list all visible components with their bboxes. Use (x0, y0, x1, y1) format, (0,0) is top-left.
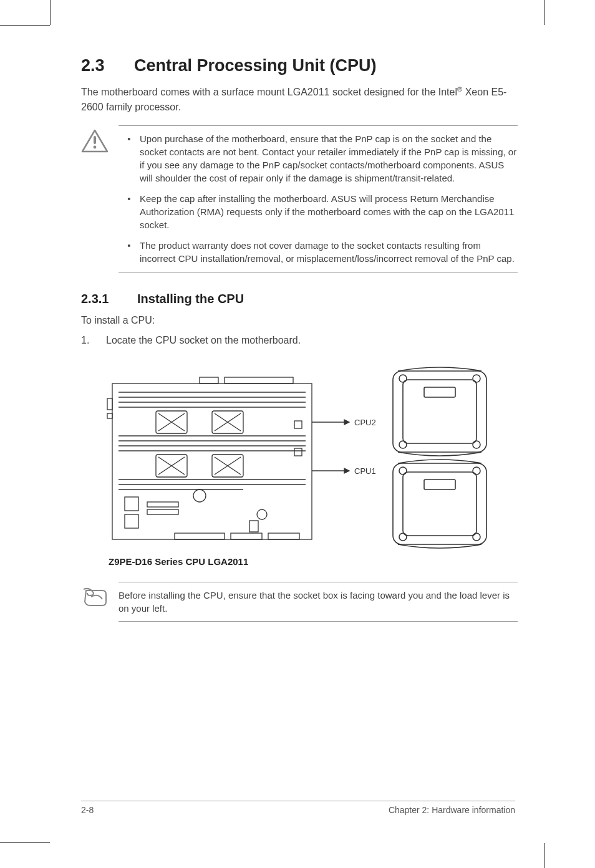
caution-item: •Keep the cap after installing the mothe… (119, 192, 518, 231)
svg-point-26 (193, 489, 206, 502)
caution-item: •Upon purchase of the motherboard, ensur… (119, 132, 518, 185)
chapter-label: Chapter 2: Hardware information (389, 805, 515, 815)
svg-rect-30 (231, 533, 262, 539)
caution-text: The product warranty does not cover dama… (140, 239, 518, 265)
section-title: Central Processing Unit (CPU) (134, 56, 377, 75)
svg-rect-28 (249, 521, 258, 532)
svg-point-48 (473, 467, 480, 475)
svg-rect-25 (147, 509, 178, 514)
crop-mark (0, 25, 50, 26)
svg-rect-29 (175, 533, 225, 539)
svg-marker-37 (344, 468, 349, 473)
svg-marker-35 (344, 420, 349, 425)
registered-mark: ® (457, 85, 462, 93)
svg-rect-46 (403, 472, 476, 536)
step-text: Locate the CPU socket on the motherboard… (106, 335, 301, 346)
diagram-caption: Z9PE-D16 Series CPU LGA2011 (109, 556, 248, 567)
section-heading: 2.3Central Processing Unit (CPU) (81, 56, 518, 75)
caution-item: •The product warranty does not cover dam… (119, 239, 518, 265)
caution-body: •Upon purchase of the motherboard, ensur… (119, 125, 518, 273)
note-block: Before installing the CPU, ensure that t… (81, 582, 518, 622)
subsection-number: 2.3.1 (81, 292, 137, 306)
svg-point-27 (257, 509, 267, 519)
motherboard-diagram: CPU2 CPU1 (100, 361, 499, 567)
cpu1-label: CPU1 (354, 466, 376, 476)
step-1: 1. Locate the CPU socket on the motherbo… (81, 335, 518, 346)
svg-rect-31 (268, 533, 299, 539)
svg-rect-38 (393, 371, 486, 452)
svg-point-42 (399, 441, 407, 448)
svg-rect-6 (107, 413, 112, 418)
page-footer: 2-8 Chapter 2: Hardware information (81, 801, 515, 815)
lead-text: To install a CPU: (81, 315, 518, 326)
page: 2.3Central Processing Unit (CPU) The mot… (0, 0, 595, 868)
svg-point-47 (399, 467, 407, 475)
subsection-heading: 2.3.1Installing the CPU (81, 292, 518, 306)
caution-block: •Upon purchase of the motherboard, ensur… (81, 125, 518, 273)
svg-rect-5 (107, 398, 112, 410)
caution-icon (81, 125, 119, 273)
svg-rect-0 (94, 136, 96, 144)
svg-rect-32 (294, 421, 302, 428)
bullet: • (119, 239, 140, 265)
bullet: • (119, 132, 140, 185)
svg-point-41 (473, 375, 480, 382)
svg-rect-3 (200, 377, 218, 383)
intro-paragraph: The motherboard comes with a surface mou… (81, 84, 518, 114)
crop-mark (0, 842, 50, 843)
svg-point-43 (473, 441, 480, 448)
cpu2-label: CPU2 (354, 418, 376, 427)
page-number: 2-8 (81, 805, 94, 815)
intro-text-pre: The motherboard comes with a surface mou… (81, 87, 457, 97)
crop-mark (544, 843, 545, 868)
svg-rect-33 (294, 448, 302, 456)
bullet: • (119, 192, 140, 231)
content-area: 2.3Central Processing Unit (CPU) The mot… (81, 56, 518, 622)
svg-rect-45 (393, 463, 486, 544)
svg-rect-51 (424, 480, 455, 489)
svg-rect-4 (225, 377, 293, 383)
section-number: 2.3 (81, 56, 134, 75)
svg-rect-22 (125, 497, 138, 511)
svg-rect-44 (424, 387, 455, 397)
crop-mark (50, 0, 51, 25)
caution-text: Keep the cap after installing the mother… (140, 192, 518, 231)
svg-point-50 (473, 533, 480, 541)
subsection-title: Installing the CPU (137, 292, 244, 306)
crop-mark (544, 0, 545, 25)
svg-point-40 (399, 375, 407, 382)
note-text: Before installing the CPU, ensure that t… (119, 582, 518, 622)
caution-text: Upon purchase of the motherboard, ensure… (140, 132, 518, 185)
step-number: 1. (81, 335, 106, 346)
svg-rect-39 (403, 380, 476, 443)
svg-point-49 (399, 533, 407, 541)
svg-point-1 (94, 145, 97, 148)
svg-rect-24 (147, 502, 178, 507)
note-icon (81, 582, 119, 622)
svg-rect-23 (125, 514, 138, 528)
